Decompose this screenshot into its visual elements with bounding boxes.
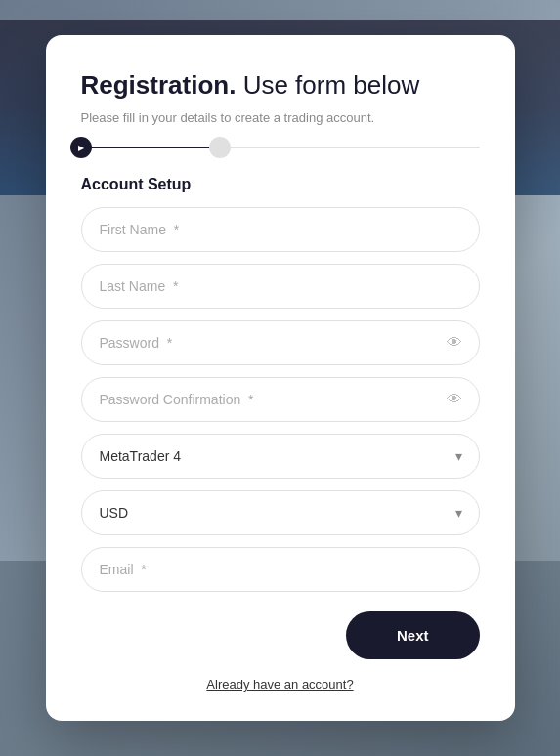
first-name-group — [81, 207, 480, 252]
progress-bar — [81, 147, 480, 148]
progress-dot-mid — [209, 137, 231, 158]
password-eye-icon[interactable]: 👁 — [447, 335, 462, 351]
currency-select-wrapper: USD EUR GBP ▾ — [81, 490, 480, 535]
progress-dot-start — [70, 137, 92, 158]
progress-fill — [81, 147, 221, 148]
account-link-container: Already have an account? — [81, 677, 480, 692]
email-input[interactable] — [81, 547, 480, 592]
password-group: 👁 — [81, 320, 480, 365]
button-row: Next — [81, 611, 480, 659]
page-title: Registration. Use form below — [81, 70, 480, 101]
email-group — [81, 547, 480, 592]
title-normal: Use form below — [243, 70, 420, 100]
password-confirm-group: 👁 — [81, 377, 480, 422]
title-bold: Registration. — [81, 70, 237, 100]
already-have-account-link[interactable]: Already have an account? — [206, 677, 353, 692]
password-confirm-eye-icon[interactable]: 👁 — [447, 392, 462, 407]
registration-modal: Registration. Use form below Please fill… — [46, 35, 515, 721]
platform-select[interactable]: MetaTrader 4 MetaTrader 5 — [81, 434, 480, 479]
last-name-input[interactable] — [81, 264, 480, 309]
currency-select[interactable]: USD EUR GBP — [81, 490, 480, 535]
progress-track — [81, 147, 480, 148]
first-name-input[interactable] — [81, 207, 480, 252]
password-input[interactable] — [81, 320, 480, 365]
last-name-group — [81, 264, 480, 309]
section-title: Account Setup — [81, 176, 480, 193]
platform-select-wrapper: MetaTrader 4 MetaTrader 5 ▾ — [81, 434, 480, 479]
subtitle-text: Please fill in your details to create a … — [81, 110, 480, 125]
password-confirm-input[interactable] — [81, 377, 480, 422]
next-button[interactable]: Next — [346, 611, 480, 659]
